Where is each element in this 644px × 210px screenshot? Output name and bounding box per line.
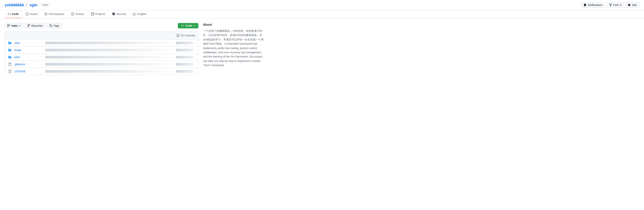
branches-label: Branches	[32, 24, 43, 27]
code-nav-icon	[8, 12, 11, 15]
projects-icon	[91, 12, 94, 15]
fork-button[interactable]: Fork 0	[606, 2, 624, 8]
branch-bar-left: main ▼ Branches Tags	[4, 23, 62, 28]
tab-actions[interactable]: Actions	[68, 10, 87, 18]
actions-icon	[71, 12, 74, 15]
file-message	[45, 63, 174, 66]
file-message	[45, 56, 174, 59]
file-row: LICENSE	[5, 68, 198, 75]
commits-count: 25 Commits	[181, 34, 195, 37]
issues-icon	[26, 12, 29, 15]
file-name[interactable]: LICENSE	[14, 70, 43, 73]
code-button[interactable]: Code ▼	[178, 23, 198, 28]
tag-icon	[50, 24, 52, 27]
tab-security-label: Security	[116, 12, 126, 15]
repo-name-link[interactable]: sgin	[30, 3, 38, 7]
file-row: other	[5, 54, 198, 61]
top-bar: yxk666666 / sgin Public Notifications Fo…	[0, 0, 644, 10]
folder-icon	[8, 41, 12, 45]
star-label: Star	[632, 3, 637, 6]
branches-nav-icon	[27, 24, 30, 27]
file-time	[176, 42, 195, 44]
tab-code-label: Code	[12, 12, 19, 15]
fork-label: Fork	[613, 3, 618, 6]
tab-issues-label: Issues	[30, 12, 38, 15]
tab-security[interactable]: Security	[109, 10, 129, 18]
branch-chevron-icon: ▼	[19, 25, 21, 27]
tab-insights-label: Insights	[137, 12, 146, 15]
file-time	[176, 49, 195, 51]
about-description: 一个实现了前缀树路由，分组控制，错误恢复中间件，日志管理中间件，跨域中间件的极简…	[203, 29, 264, 68]
branches-button[interactable]: Branches	[25, 23, 45, 28]
tab-insights[interactable]: Insights	[130, 10, 149, 18]
tab-code[interactable]: Code	[4, 10, 22, 18]
folder-icon	[8, 55, 12, 59]
fork-count: 0	[620, 3, 621, 6]
file-table: 25 Commits .idea	[4, 31, 198, 75]
branch-name: main	[11, 24, 18, 27]
file-row: .gitignore	[5, 61, 198, 68]
tab-pr-label: Pull requests	[49, 12, 64, 15]
branch-selector[interactable]: main ▼	[4, 23, 23, 28]
star-button[interactable]: Star	[625, 2, 640, 8]
code-btn-label: Code	[185, 24, 192, 27]
repo-nav: Code Issues Pull requests Actions Projec…	[0, 10, 644, 18]
folder-icon	[8, 48, 12, 52]
file-row: image	[5, 47, 198, 54]
tab-projects-label: Projects	[95, 12, 105, 15]
file-name[interactable]: .gitignore	[14, 63, 43, 66]
security-icon	[112, 12, 115, 15]
tab-projects[interactable]: Projects	[88, 10, 108, 18]
tags-label: Tags	[54, 24, 60, 27]
bell-icon	[584, 3, 586, 6]
visibility-badge: Public	[40, 3, 50, 7]
commits-link[interactable]: 25 Commits	[176, 34, 195, 37]
clock-icon	[176, 34, 180, 37]
file-table-header: 25 Commits	[5, 32, 198, 39]
pr-icon	[44, 12, 48, 15]
main-content: main ▼ Branches Tags	[0, 18, 269, 80]
file-message	[45, 49, 174, 51]
about-title: About	[203, 23, 264, 26]
file-message	[45, 70, 174, 73]
file-row: .idea	[5, 39, 198, 47]
file-name[interactable]: .idea	[14, 41, 43, 44]
file-name[interactable]: other	[14, 56, 43, 59]
star-icon	[628, 3, 631, 6]
notifications-button[interactable]: Notifications	[581, 2, 605, 8]
repo-owner-link[interactable]: yxk666666	[4, 3, 24, 7]
fork-icon	[609, 3, 612, 6]
tab-pull-requests[interactable]: Pull requests	[41, 10, 67, 18]
code-btn-chevron: ▼	[193, 25, 195, 27]
branch-bar: main ▼ Branches Tags	[4, 23, 198, 28]
tab-actions-label: Actions	[75, 12, 84, 15]
file-doc-icon	[8, 69, 12, 73]
repo-content: main ▼ Branches Tags	[4, 23, 198, 75]
top-bar-actions: Notifications Fork 0 Star	[581, 2, 640, 8]
file-time	[176, 70, 195, 73]
file-time	[176, 63, 195, 66]
repo-identity: yxk666666 / sgin Public	[4, 3, 50, 7]
file-time	[176, 56, 195, 59]
file-doc-icon	[8, 62, 12, 66]
tags-button[interactable]: Tags	[47, 23, 62, 28]
code-btn-icon	[181, 24, 184, 27]
insights-icon	[133, 12, 136, 15]
tab-issues[interactable]: Issues	[22, 10, 40, 18]
notifications-label: Notifications	[588, 3, 602, 6]
about-sidebar: About 一个实现了前缀树路由，分组控制，错误恢复中间件，日志管理中间件，跨域…	[203, 23, 264, 75]
file-message	[45, 42, 174, 44]
file-name[interactable]: image	[14, 49, 43, 52]
repo-separator: /	[26, 3, 27, 7]
branch-icon	[7, 24, 10, 27]
